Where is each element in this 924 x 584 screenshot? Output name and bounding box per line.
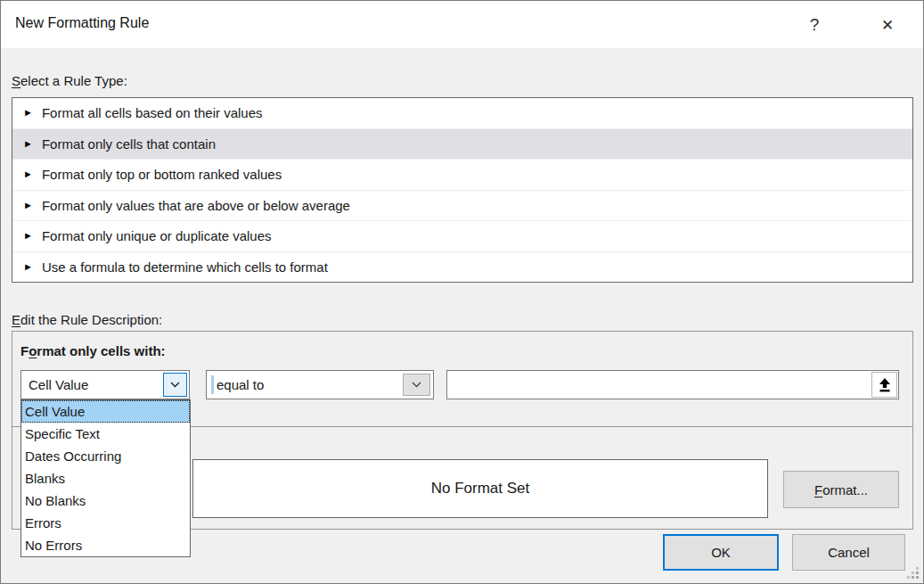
rule-type-label-accel: S [12,73,20,88]
condition-label-p1: F [20,343,29,358]
rule-type-option-format-all-cells[interactable]: ► Format all cells based on their values [12,98,912,128]
description-label: Edit the Rule Description: [12,312,162,327]
dropdown-option-no-errors[interactable]: No Errors [21,534,190,556]
rule-type-label: Select a Rule Type: [12,73,127,88]
ok-button[interactable]: OK [663,534,779,571]
rule-type-option-label: Format only values that are above or bel… [42,198,350,213]
condition-type-combobox[interactable]: Cell Value [20,370,190,399]
arrow-right-icon: ► [23,108,33,118]
dropdown-option-errors[interactable]: Errors [21,512,190,534]
condition-label-rest: rmat only cells with: [37,343,165,358]
format-preview-text: No Format Set [431,480,530,498]
rule-type-option-label: Format only top or bottom ranked values [42,167,282,182]
arrow-right-icon: ► [23,262,33,272]
condition-label: Format only cells with: [20,343,166,358]
condition-type-dropdown-button[interactable] [163,373,187,397]
rule-type-option-use-formula[interactable]: ► Use a formula to determine which cells… [12,251,912,283]
rule-type-option-unique-duplicate[interactable]: ► Format only unique or duplicate values [12,220,912,251]
dropdown-option-no-blanks[interactable]: No Blanks [21,489,190,512]
dialog-title: New Formatting Rule [15,15,149,31]
description-label-accel: E [12,312,20,327]
new-formatting-rule-dialog: New Formatting Rule ? ✕ Select a Rule Ty… [0,0,924,584]
chevron-down-icon [412,382,421,388]
arrow-right-icon: ► [23,169,33,179]
format-button[interactable]: Format... [783,471,899,508]
value-field-wrap [446,370,899,399]
condition-type-dropdown: Cell Value Specific Text Dates Occurring… [20,399,191,557]
title-bar: New Formatting Rule ? ✕ [1,1,923,48]
rule-type-option-cells-that-contain[interactable]: ► Format only cells that contain [12,128,912,160]
arrow-right-icon: ► [23,231,33,241]
rule-type-option-label: Format all cells based on their values [42,105,263,120]
rule-type-option-label: Use a formula to determine which cells t… [42,259,328,275]
value-input[interactable] [446,370,899,399]
chevron-down-icon [170,382,180,388]
rule-type-label-rest: elect a Rule Type: [20,73,127,88]
help-button[interactable]: ? [795,10,834,40]
dropdown-option-dates-occurring[interactable]: Dates Occurring [21,445,190,467]
rule-type-option-above-below-average[interactable]: ► Format only values that are above or b… [12,190,912,221]
rule-type-list: ► Format all cells based on their values… [12,97,913,283]
cancel-button[interactable]: Cancel [792,534,905,571]
format-preview: No Format Set [192,459,768,518]
condition-label-accel: o [29,343,37,358]
operator-dropdown-button[interactable] [403,374,430,396]
arrow-right-icon: ► [23,139,33,149]
condition-type-value: Cell Value [29,371,88,399]
close-button[interactable]: ✕ [868,10,907,40]
dropdown-option-blanks[interactable]: Blanks [21,467,190,489]
operator-value: equal to [217,371,264,399]
description-label-rest: dit the Rule Description: [20,312,162,327]
format-button-accel: F [814,482,822,498]
resize-grip[interactable] [905,565,920,580]
text-caret [211,375,214,394]
rule-type-option-label: Format only unique or duplicate values [42,228,272,243]
rule-type-option-top-bottom-ranked[interactable]: ► Format only top or bottom ranked value… [12,159,912,190]
operator-combobox[interactable]: equal to [206,370,434,399]
dropdown-option-specific-text[interactable]: Specific Text [21,423,190,445]
dropdown-option-cell-value[interactable]: Cell Value [21,400,190,423]
format-button-rest: ormat... [822,482,868,498]
rule-type-option-label: Format only cells that contain [42,136,216,152]
collapse-dialog-button[interactable] [871,372,897,398]
collapse-dialog-icon [879,378,891,392]
arrow-right-icon: ► [23,201,33,210]
